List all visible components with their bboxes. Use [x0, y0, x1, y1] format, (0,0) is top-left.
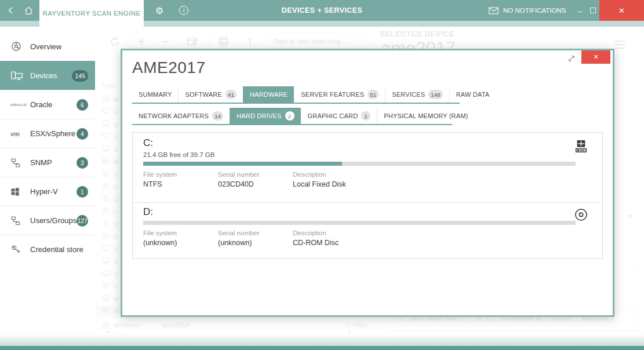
- key-icon: [10, 244, 26, 255]
- tab-hardware[interactable]: HARDWARE: [243, 86, 294, 103]
- sidebar-item-snmp[interactable]: SNMP 3: [0, 148, 95, 177]
- field-value: CD-ROM Disc: [293, 239, 366, 247]
- expand-dialog-button[interactable]: [567, 54, 576, 65]
- field-label: Description: [293, 171, 366, 178]
- vmware-logo-icon: vm: [10, 130, 26, 137]
- field-value: (unknown): [143, 239, 216, 247]
- sidebar-item-esx-vsphere[interactable]: vm ESX/vSphere 4: [0, 119, 95, 148]
- bottom-gradient: [0, 334, 644, 346]
- devices-icon: [10, 70, 26, 82]
- devices-count-badge: 145: [72, 70, 88, 82]
- drive-section-d: D: File system(unknown) Serial number(un…: [133, 203, 602, 258]
- cd-rom-icon: [574, 207, 588, 224]
- notifications-label: NO NOTIFICATIONS: [503, 7, 566, 14]
- field-value: (unknown): [218, 239, 291, 247]
- sidebar-item-label: Hyper-V: [30, 187, 58, 196]
- windows-logo-icon: [10, 187, 26, 196]
- field-value: Local Fixed Disk: [293, 180, 366, 188]
- field-label: Serial number: [218, 171, 291, 178]
- users-count-badge: 127: [77, 215, 88, 227]
- hard-drives-panel: C: 21.4 GB free of 39.7 GB File systemNT…: [132, 132, 603, 259]
- sidebar-item-users-groups[interactable]: Users/Groups 127: [0, 206, 95, 235]
- subtab-physical-memory[interactable]: PHYSICAL MEMORY (RAM): [377, 108, 474, 124]
- drive-letter: C:: [143, 137, 153, 149]
- tab-software[interactable]: SOFTWARE41: [178, 86, 243, 103]
- subtab-network-adapters[interactable]: NETWORK ADAPTERS14: [132, 108, 230, 124]
- device-details-dialog: ✕ AME2017 SUMMARY SOFTWARE41 HARDWARE SE…: [121, 49, 614, 317]
- envelope-icon: [489, 7, 499, 14]
- sidebar-item-hyper-v[interactable]: Hyper-V 1: [0, 177, 95, 206]
- drive-letter: D:: [143, 206, 153, 218]
- sidebar-item-label: ESX/vSphere: [30, 129, 75, 138]
- app-window: ⚙ i DEVICES + SERVICES NO NOTIFICATIONS …: [0, 0, 644, 350]
- field-label: File system: [143, 229, 216, 236]
- subtab-count-badge: 14: [212, 111, 223, 121]
- tab-count-badge: 148: [428, 90, 442, 99]
- detail-tabs: SUMMARY SOFTWARE41 HARDWARE SERVER FEATU…: [132, 86, 460, 104]
- subtab-count-badge: 1: [361, 111, 370, 121]
- sidebar-item-label: Users/Groups: [30, 216, 77, 225]
- oracle-logo-icon: ORACLE: [10, 103, 26, 107]
- app-tab[interactable]: RAYVENTORY SCAN ENGINE: [39, 0, 144, 27]
- sidebar-item-credential-store[interactable]: Credential store: [0, 235, 95, 264]
- esx-count-badge: 4: [77, 128, 88, 140]
- field-value: NTFS: [143, 180, 216, 188]
- expand-icon: [567, 54, 576, 63]
- overview-icon: [10, 41, 26, 52]
- subtab-hard-drives[interactable]: HARD DRIVES2: [230, 108, 300, 124]
- dialog-close-button[interactable]: ✕: [581, 50, 610, 64]
- sidebar-item-label: Oracle: [30, 100, 52, 109]
- device-title: AME2017: [132, 59, 205, 77]
- sidebar-item-label: SNMP: [30, 158, 52, 167]
- tab-services[interactable]: SERVICES148: [385, 86, 449, 103]
- hardware-subtabs: NETWORK ADAPTERS14 HARD DRIVES2 GRAPHIC …: [132, 108, 452, 125]
- sidebar-item-devices[interactable]: Devices 145: [0, 61, 95, 90]
- sidebar-item-label: Credential store: [30, 245, 83, 254]
- tab-count-badge: 51: [368, 90, 379, 99]
- drive-usage-bar: [143, 162, 576, 166]
- sidebar-item-overview[interactable]: Overview: [0, 32, 95, 61]
- sidebar: Overview Devices 145 ORACLE Oracle 6 vm …: [0, 27, 95, 335]
- system-drive-icon: [573, 140, 588, 156]
- maximize-icon: [590, 8, 596, 13]
- field-label: File system: [143, 171, 216, 178]
- tab-count-badge: 41: [225, 90, 237, 99]
- subtab-graphic-card[interactable]: GRAPHIC CARD1: [301, 108, 377, 124]
- notifications-area[interactable]: NO NOTIFICATIONS: [489, 0, 566, 21]
- subtab-count-badge: 2: [285, 111, 294, 121]
- hyperv-count-badge: 1: [77, 186, 88, 198]
- drive-usage-bar: [143, 221, 576, 225]
- network-nodes-icon: [10, 216, 26, 226]
- sidebar-item-label: Devices: [30, 71, 57, 80]
- bottom-accent-bar: [0, 346, 644, 350]
- field-label: Description: [293, 229, 366, 236]
- maximize-button[interactable]: [587, 0, 599, 21]
- drive-section-c: C: 21.4 GB free of 39.7 GB File systemNT…: [133, 133, 602, 202]
- field-value: 023CD40D: [218, 180, 291, 188]
- snmp-count-badge: 3: [77, 157, 88, 169]
- drive-capacity: 21.4 GB free of 39.7 GB: [143, 151, 214, 158]
- tab-summary[interactable]: SUMMARY: [132, 86, 178, 103]
- network-nodes-icon: [10, 158, 26, 168]
- sidebar-item-oracle[interactable]: ORACLE Oracle 6: [0, 90, 95, 119]
- tab-raw-data[interactable]: RAW DATA: [449, 86, 496, 103]
- minimize-button[interactable]: –: [574, 0, 587, 21]
- field-label: Serial number: [218, 229, 291, 236]
- window-close-button[interactable]: ✕: [599, 0, 644, 21]
- sidebar-item-label: Overview: [30, 42, 61, 51]
- tab-server-features[interactable]: SERVER FEATURES51: [294, 86, 385, 103]
- oracle-count-badge: 6: [77, 99, 88, 111]
- drive-usage-fill: [143, 162, 342, 166]
